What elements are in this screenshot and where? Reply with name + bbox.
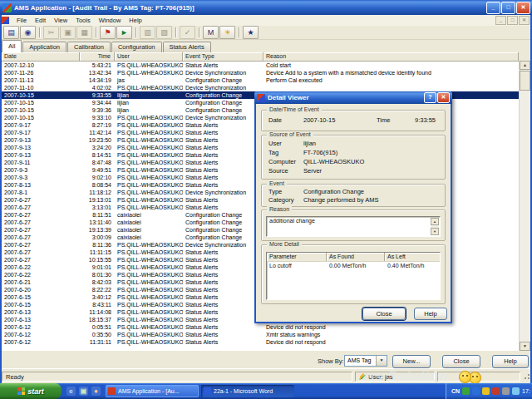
cell-time: 11:18:12 [80, 189, 115, 196]
vertical-scrollbar[interactable]: ▲ ▼ [519, 61, 530, 351]
detail-column-as-left[interactable]: As Left [385, 253, 441, 261]
help-button[interactable]: Help [492, 355, 529, 368]
table-row[interactable]: 2007-11-104:02:02PS.QILL-WHEAOSKUKODevic… [2, 84, 530, 91]
menu-file[interactable]: File [12, 16, 31, 25]
printer-tray-icon[interactable] [502, 387, 510, 395]
cell-user: PS.QILL-WHEAOSKUKO [115, 121, 183, 129]
cell-date: 2007-6-27 [2, 219, 80, 226]
source-field-label: Source [268, 167, 288, 175]
more-detail-list[interactable]: ParameterAs FoundAs Left Lo cutoff0.00 M… [266, 252, 441, 300]
start-button[interactable]: start [0, 383, 62, 399]
cell-event-type: Status Alerts [183, 256, 264, 264]
tab-all[interactable]: All [2, 40, 22, 52]
chevron-down-icon[interactable]: ▼ [376, 356, 387, 366]
column-header-time[interactable]: Time [80, 52, 115, 61]
detail-column-as-found[interactable]: As Found [327, 253, 385, 261]
child-restore-button[interactable]: □ [507, 16, 518, 25]
dialog-help-button[interactable]: Help [414, 308, 447, 320]
tab-configuration[interactable]: Configuration [111, 42, 162, 52]
cell-user: PS.QILL-WHEAOSKUKO [115, 84, 183, 91]
cell-date: 2007-6-27 [2, 204, 80, 211]
audit-trail-window-icon[interactable] [2, 17, 9, 24]
reason-scroll-down-icon[interactable]: ▼ [431, 228, 439, 235]
column-header-user[interactable]: User [115, 52, 183, 61]
tab-status-alerts[interactable]: Status Alerts [163, 42, 211, 52]
datetime-group-label: Date/Time of Event [267, 106, 322, 112]
column-header-date[interactable]: Date [2, 52, 80, 61]
table-row[interactable]: 2007-11-2613:42:34PS.QILL-WHEAOSKUKODevi… [2, 69, 530, 76]
scroll-thumb[interactable] [520, 71, 530, 91]
close-window-button[interactable]: ✕ [516, 2, 530, 14]
antivirus-tray-icon[interactable] [462, 387, 470, 395]
internet-explorer-icon[interactable]: e [66, 387, 76, 396]
toolbar-button-chart: ▥ [140, 26, 155, 39]
dialog-close-icon[interactable]: ✕ [437, 92, 450, 103]
menu-window[interactable]: Window [95, 16, 126, 25]
show-desktop-icon[interactable]: ▣ [79, 387, 88, 396]
title-bar: AMS Application - [Audit Trail - By AMS … [0, 0, 532, 15]
child-minimize-button[interactable]: _ [495, 16, 506, 25]
table-row[interactable]: 2007-6-1211:31:11PS.QILL-WHEAOSKUKOStatu… [2, 338, 530, 346]
alert-tray-icon[interactable] [492, 387, 500, 395]
column-header-reason[interactable]: Reason [264, 52, 519, 61]
reason-scroll-up-icon[interactable]: ▲ [431, 218, 439, 225]
tab-calibration[interactable]: Calibration [67, 42, 111, 52]
close-button[interactable]: Close [442, 355, 480, 368]
cell-time: 13:42:34 [80, 69, 115, 76]
resize-grip[interactable] [522, 373, 530, 382]
cell-user: PS.QILL-WHEAOSKUKO [115, 301, 183, 308]
dialog-close-button[interactable]: Close [362, 308, 406, 320]
scroll-up-button[interactable]: ▲ [520, 61, 530, 70]
toolbar-button-flag[interactable]: ⚑ [100, 26, 116, 39]
toolbar-button-binoculars[interactable]: M [203, 26, 219, 39]
detail-row[interactable]: Lo cutoff0.00 MetTon/h0.40 MetTon/h [267, 262, 440, 269]
table-header: DateTimeUserEvent TypeReason [2, 52, 530, 62]
menu-bar-items: FileEditViewToolsWindowHelp [12, 17, 146, 24]
toolbar-button-device-sync[interactable]: ► [116, 26, 132, 39]
dialog-help-icon[interactable]: ? [424, 92, 436, 103]
tab-application[interactable]: Application [22, 42, 66, 52]
cell-time: 8:43:11 [80, 301, 115, 308]
minimize-button[interactable]: _ [486, 2, 500, 14]
cell-user: caixiaolei [115, 219, 183, 226]
cell-event-type: Status Alerts [183, 136, 264, 144]
taskbar-item[interactable]: AMS Application - [Au... [106, 385, 199, 397]
taskbar-item[interactable]: 22a-1 - Microsoft Word [201, 385, 294, 397]
reason-textarea[interactable]: additional change ▲ ▼ [266, 216, 441, 237]
cell-date: 2007-6-22 [2, 271, 80, 278]
reason-scrollbar[interactable]: ▲ ▼ [431, 218, 439, 235]
new-button[interactable]: New... [392, 355, 431, 368]
media-player-icon[interactable]: ● [91, 387, 101, 396]
toolbar-button-connect[interactable]: ★ [243, 26, 259, 39]
notification-smiley-icon[interactable] [459, 371, 484, 383]
toolbar-button-alert[interactable]: ☀ [219, 26, 235, 39]
menu-help[interactable]: Help [125, 16, 145, 25]
table-row[interactable]: 2007-11-1314:34:19jasConfiguration Chang… [2, 76, 530, 84]
toolbar: ▤◉✂▣▦⚑►▥▧✓M☀★ [0, 26, 532, 40]
table-row[interactable]: 2007-6-120:05:51PS.QILL-WHEAOSKUKOStatus… [2, 323, 530, 331]
cell-time: 8:11:51 [80, 211, 115, 219]
menu-tools[interactable]: Tools [71, 16, 95, 25]
table-row[interactable]: 2007-12-105:43:21PS.QILL-WHEAOSKUKOStatu… [2, 62, 530, 69]
update-tray-icon[interactable] [482, 387, 490, 395]
paste-icon: ▦ [81, 29, 88, 37]
network-tray-icon[interactable] [512, 387, 520, 395]
table-row[interactable]: 2007-6-120:35:50PS.QILL-WHEAOSKUKOStatus… [2, 331, 530, 338]
toolbar-button-preview[interactable]: ◉ [20, 26, 36, 39]
status-ready: Ready [2, 372, 352, 382]
restore-button[interactable]: □ [501, 2, 515, 14]
menu-view[interactable]: View [50, 16, 71, 25]
cell-date: 2007-10-15 [2, 106, 80, 114]
cell-event-type: Configuration Change [183, 91, 264, 99]
toolbar-button-print[interactable]: ▤ [3, 26, 19, 39]
reason-group-label: Reason [267, 206, 292, 212]
show-by-dropdown[interactable]: AMS Tag ▼ [344, 355, 387, 367]
column-header-event-type[interactable]: Event Type [183, 52, 264, 61]
detail-column-parameter[interactable]: Parameter [267, 253, 327, 261]
disk-tray-icon[interactable] [472, 387, 480, 395]
menu-edit[interactable]: Edit [31, 16, 50, 25]
child-close-button[interactable]: ✕ [519, 16, 530, 25]
language-indicator[interactable]: CN [451, 388, 460, 394]
scroll-down-button[interactable]: ▼ [520, 342, 530, 351]
dialog-title-bar[interactable]: Detail Viewer ? ✕ [254, 91, 452, 104]
